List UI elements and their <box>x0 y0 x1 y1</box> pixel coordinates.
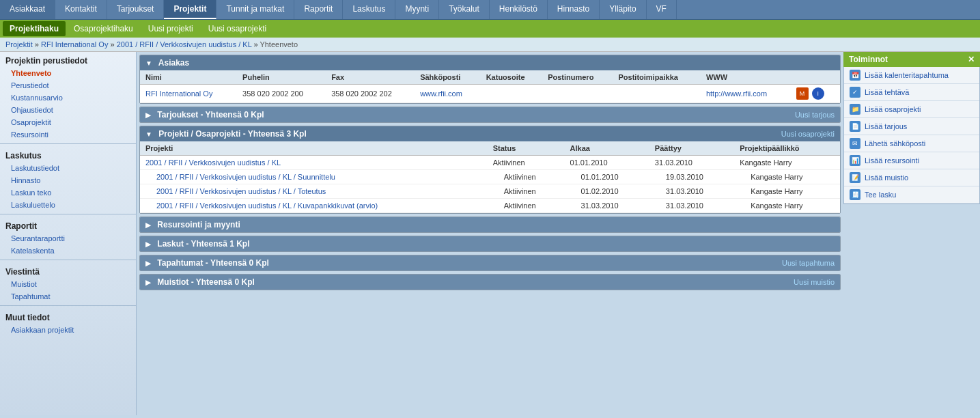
new-memo-link[interactable]: Uusi muistio <box>794 278 835 286</box>
resourcing-section-header[interactable]: ▶ Resursointi ja myynti <box>140 217 840 232</box>
projects-section-header[interactable]: ▼ Projekti / Osaprojekti - Yhteensä 3 Kp… <box>140 126 840 141</box>
col-puhelin: Puhelin <box>237 70 326 85</box>
tab-laskutus[interactable]: Laskutus <box>343 0 395 19</box>
resourcing-section-title: Resursointi ja myynti <box>157 220 240 229</box>
subnav-projektihaku[interactable]: Projektihaku <box>3 21 66 36</box>
tab-yllapito[interactable]: Ylläpito <box>600 0 646 19</box>
map-icon[interactable]: M <box>796 87 809 100</box>
sidebar-item-laskuluettelo[interactable]: Laskuluettelo <box>0 199 136 211</box>
sidebar-item-osaprojektit[interactable]: Osaprojektit <box>0 116 136 128</box>
customer-toggle-icon: ▼ <box>145 59 152 67</box>
tab-projektit[interactable]: Projektit <box>164 0 216 19</box>
new-offer-link[interactable]: Uusi tarjous <box>795 111 835 119</box>
customer-postcode <box>542 85 613 103</box>
sidebar-item-kustannusarvio[interactable]: Kustannusarvio <box>0 92 136 104</box>
tab-asiakkaat[interactable]: Asiakkaat <box>0 0 55 19</box>
customer-street <box>481 85 542 103</box>
project-manager-4: Kangaste Harry <box>734 199 840 213</box>
projects-section-title: Projekti / Osaprojekti - Yhteensä 3 Kpl <box>158 129 307 139</box>
events-section: ▶ Tapahtumat - Yhteensä 0 Kpl Uusi tapah… <box>139 255 841 271</box>
tab-myynti[interactable]: Myynti <box>395 0 439 19</box>
project-link-4[interactable]: 2001 / RFII / Verkkosivujen uudistus / K… <box>156 201 378 210</box>
action-invoice[interactable]: 🧾 Tee lasku <box>844 186 979 204</box>
tab-tyokalut[interactable]: Työkalut <box>439 0 490 19</box>
action-calendar[interactable]: 📅 Lisää kalenteritapahtuma <box>844 67 979 84</box>
tab-raportit[interactable]: Raportit <box>294 0 343 19</box>
customer-city <box>613 85 700 103</box>
tab-tunnit[interactable]: Tunnit ja matkat <box>216 0 294 19</box>
offers-section-title: Tarjoukset - Yhteensä 0 Kpl <box>157 110 264 120</box>
actions-panel: Toiminnot ✕ 📅 Lisää kalenteritapahtuma ✓… <box>843 52 980 415</box>
sidebar-item-asiakkaan-projektit[interactable]: Asiakkaan projektit <box>0 324 136 336</box>
actions-panel-body: 📅 Lisää kalenteritapahtuma ✓ Lisää tehtä… <box>843 67 980 204</box>
action-memo[interactable]: 📝 Lisää muistio <box>844 169 979 186</box>
customer-email-link[interactable]: www.rfii.com <box>420 89 462 98</box>
subnav-uusi-osaprojekti[interactable]: Uusi osaprojekti <box>201 21 273 36</box>
action-memo-label: Lisää muistio <box>865 173 908 182</box>
sidebar-item-yhteenveto[interactable]: Yhteenveto <box>0 67 136 79</box>
customer-www-link[interactable]: http://www.rfii.com <box>706 89 767 98</box>
project-end-1: 31.03.2010 <box>649 156 734 170</box>
projects-toggle-icon: ▼ <box>145 130 152 138</box>
tab-kontaktit[interactable]: Kontaktit <box>55 0 107 19</box>
sidebar-item-perustiedot[interactable]: Perustiedot <box>0 79 136 92</box>
actions-panel-title: Toiminnot <box>849 55 888 64</box>
project-manager-2: Kangaste Harry <box>734 170 840 184</box>
invoices-section-header[interactable]: ▶ Laskut - Yhteensä 1 Kpl <box>140 236 840 251</box>
sidebar: Projektin perustiedot Yhteenveto Perusti… <box>0 52 137 415</box>
sidebar-item-laskun-teko[interactable]: Laskun teko <box>0 186 136 199</box>
sidebar-item-katelaskenta[interactable]: Katelaskenta <box>0 245 136 257</box>
new-subproject-link[interactable]: Uusi osaprojekti <box>781 130 835 138</box>
subnav-osaprojektihaku[interactable]: Osaprojektihaku <box>67 21 140 36</box>
project-link-2[interactable]: 2001 / RFII / Verkkosivujen uudistus / K… <box>156 173 335 181</box>
breadcrumb-projektit[interactable]: Projektit <box>5 40 33 48</box>
customer-section-title: Asiakas <box>158 58 189 68</box>
sidebar-item-muistiot[interactable]: Muistiot <box>0 278 136 290</box>
tab-vf[interactable]: VF <box>647 0 677 19</box>
tab-tarjoukset[interactable]: Tarjoukset <box>107 0 165 19</box>
sidebar-item-laskutustiedot[interactable]: Laskutustiedot <box>0 162 136 174</box>
email-icon: ✉ <box>850 138 860 149</box>
offer-icon: 📄 <box>850 121 860 132</box>
info-icon[interactable]: i <box>812 87 824 100</box>
sidebar-item-tapahtumat[interactable]: Tapahtumat <box>0 290 136 303</box>
tab-hinnasto[interactable]: Hinnasto <box>548 0 600 19</box>
action-offer[interactable]: 📄 Lisää tarjous <box>844 118 979 135</box>
customer-section-header[interactable]: ▼ Asiakas <box>140 55 840 70</box>
action-email[interactable]: ✉ Lähetä sähköposti <box>844 135 979 152</box>
memos-section-header[interactable]: ▶ Muistiot - Yhteensä 0 Kpl Uusi muistio <box>140 275 840 290</box>
invoices-section: ▶ Laskut - Yhteensä 1 Kpl <box>139 236 841 252</box>
content-area: ▼ Asiakas Nimi Puhelin Fax Sähköposti Ka… <box>137 52 843 415</box>
project-end-2: 19.03.2010 <box>649 170 734 184</box>
offers-section: ▶ Tarjoukset - Yhteensä 0 Kpl Uusi tarjo… <box>139 107 841 123</box>
subnav-uusi-projekti[interactable]: Uusi projekti <box>141 21 200 36</box>
col-nimi: Nimi <box>140 70 237 85</box>
breadcrumb-project[interactable]: 2001 / RFII / Verkkosivujen uudistus / K… <box>117 40 252 48</box>
project-status-2: Aktiivinen <box>488 170 565 184</box>
sidebar-section-viestinta: Viestintä <box>0 263 136 278</box>
actions-panel-close[interactable]: ✕ <box>968 55 975 64</box>
customer-table: Nimi Puhelin Fax Sähköposti Katuosoite P… <box>140 70 840 103</box>
events-section-header[interactable]: ▶ Tapahtumat - Yhteensä 0 Kpl Uusi tapah… <box>140 255 840 270</box>
sidebar-item-resursointi[interactable]: Resursointi <box>0 128 136 141</box>
offers-section-header[interactable]: ▶ Tarjoukset - Yhteensä 0 Kpl Uusi tarjo… <box>140 107 840 122</box>
top-nav: Asiakkaat Kontaktit Tarjoukset Projektit… <box>0 0 980 20</box>
action-resource[interactable]: 📊 Lisää resursointi <box>844 152 979 169</box>
sidebar-item-hinnasto[interactable]: Hinnasto <box>0 174 136 186</box>
project-start-1: 01.01.2010 <box>565 156 649 170</box>
invoice-icon: 🧾 <box>850 189 860 200</box>
breadcrumb-company[interactable]: RFI International Oy <box>41 40 108 48</box>
sidebar-item-ohjaustiedot[interactable]: Ohjaustiedot <box>0 104 136 116</box>
customer-phone: 358 020 2002 200 <box>237 85 326 103</box>
customer-fax: 358 020 2002 202 <box>326 85 415 103</box>
sidebar-item-seurantaraportti[interactable]: Seurantaraportti <box>0 232 136 245</box>
table-row: 2001 / RFII / Verkkosivujen uudistus / K… <box>140 170 840 184</box>
project-status-1: Aktiivinen <box>488 156 565 170</box>
project-link-3[interactable]: 2001 / RFII / Verkkosivujen uudistus / K… <box>156 187 326 195</box>
new-event-link[interactable]: Uusi tapahtuma <box>782 259 835 267</box>
tab-henkilosto[interactable]: Henkilöstö <box>490 0 548 19</box>
project-link-1[interactable]: 2001 / RFII / Verkkosivujen uudistus / K… <box>145 158 281 167</box>
customer-name-link[interactable]: RFI International Oy <box>145 89 212 98</box>
action-subproject[interactable]: 📁 Lisää osaprojekti <box>844 101 979 118</box>
action-task[interactable]: ✓ Lisää tehtävä <box>844 84 979 101</box>
